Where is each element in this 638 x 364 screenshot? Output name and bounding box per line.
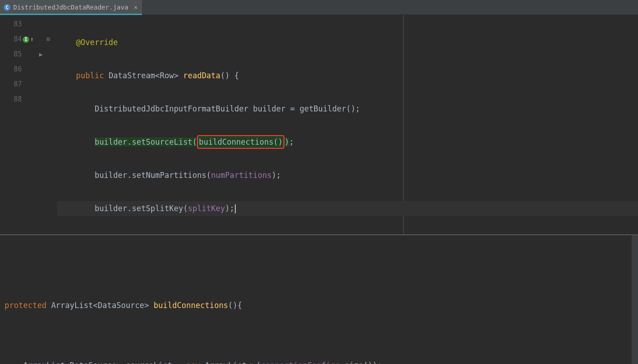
file-tab[interactable]: C DistributedJdbcDataReader.java × [0, 0, 142, 15]
code-line-current: builder.setSplitKey(splitKey); [57, 201, 638, 216]
code-line: public DataStream<Row> readData() { [57, 68, 638, 83]
code-line: builder.setNumPartitions(numPartitions); [57, 168, 638, 183]
upper-editor-pane[interactable]: 83 84 I ↑ ⊟ 85 ▶ 86 87 88 @Override publ… [0, 15, 638, 234]
tab-filename: DistributedJdbcDataReader.java [13, 4, 128, 11]
code-line: DistributedJdbcInputFormatBuilder builde… [57, 101, 638, 116]
code-line: builder.setSourceList(buildConnections()… [57, 135, 638, 150]
fold-icon[interactable]: ⊟ [46, 32, 50, 47]
line-number: 83 [14, 17, 22, 32]
code-line: ArrayList<DataSource> sourceList = new A… [5, 358, 638, 364]
line-number: 88 [14, 92, 22, 107]
text-caret [235, 204, 236, 213]
arrow-up-icon: ↑ [30, 32, 34, 47]
code-line: @Override [57, 35, 638, 50]
run-gutter-icon[interactable]: ▶ [39, 47, 43, 62]
close-icon[interactable]: × [134, 4, 137, 11]
code-line: protected ArrayList<DataSource> buildCon… [5, 298, 638, 313]
gutter: 83 84 I ↑ ⊟ 85 ▶ 86 87 88 [0, 15, 57, 234]
line-number: 85 [14, 47, 22, 62]
line-number: 87 [14, 77, 22, 92]
lower-editor-pane[interactable]: protected ArrayList<DataSource> buildCon… [0, 235, 638, 364]
class-icon: C [4, 4, 10, 11]
highlighted-call: buildConnections() [197, 135, 284, 149]
code-area[interactable]: @Override public DataStream<Row> readDat… [57, 15, 638, 234]
override-gutter-icon[interactable]: I [23, 36, 29, 43]
line-number: 84 [14, 32, 22, 47]
editor-tab-bar: C DistributedJdbcDataReader.java × [0, 0, 638, 15]
line-number: 86 [14, 62, 22, 77]
